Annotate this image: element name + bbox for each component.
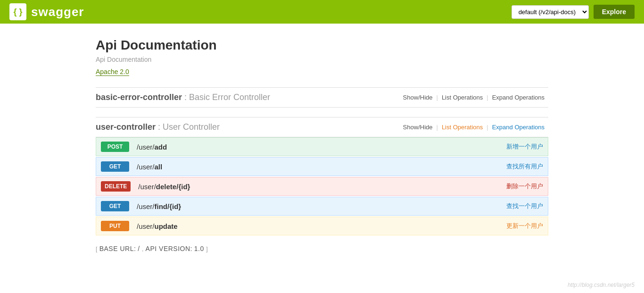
operation-path-2: /user/delete/{id} (138, 183, 506, 191)
header-left: { } swagger (9, 3, 84, 20)
operation-path-3: /user/find/{id} (137, 202, 506, 210)
operation-desc-2: 删除一个用户 (506, 182, 543, 191)
operation-path-4: /user/update (137, 222, 506, 230)
table-row[interactable]: GET/user/all查找所有用户 (96, 157, 548, 176)
header-right: default (/v2/api-docs) Explore (512, 5, 635, 19)
api-version-value: 1.0 (194, 245, 206, 252)
operation-desc-1: 查找所有用户 (506, 162, 543, 171)
operation-desc-4: 更新一个用户 (506, 222, 543, 230)
license-link[interactable]: Apache 2.0 (96, 68, 129, 76)
expand-operations-user-controller[interactable]: Expand Operations (488, 124, 548, 131)
list-operations-user-controller[interactable]: List Operations (438, 124, 487, 131)
api-title: Api Documentation (96, 38, 548, 53)
method-badge-get-3: GET (101, 201, 129, 211)
show-hide-basic-error-controller[interactable]: Show/Hide (399, 94, 437, 101)
method-badge-get-1: GET (101, 161, 129, 172)
table-row[interactable]: POST/user/add新增一个用户 (96, 137, 548, 156)
base-url-label: BASE URL: (99, 245, 136, 252)
controller-name-user-controller: user-controller : User Controller (96, 122, 220, 132)
header: { } swagger default (/v2/api-docs) Explo… (0, 0, 644, 24)
controller-header-user-controller: user-controller : User ControllerShow/Hi… (96, 117, 548, 137)
table-row[interactable]: DELETE/user/delete/{id}删除一个用户 (96, 177, 548, 196)
controllers-container: basic-error-controller : Basic Error Con… (96, 87, 548, 235)
main-content: Api Documentation Api Documentation Apac… (86, 24, 558, 271)
operation-path-0: /user/add (137, 143, 506, 151)
expand-operations-basic-error-controller[interactable]: Expand Operations (488, 94, 548, 101)
controller-header-basic-error-controller: basic-error-controller : Basic Error Con… (96, 87, 548, 108)
show-hide-user-controller[interactable]: Show/Hide (399, 124, 437, 131)
logo-text: { } (13, 7, 22, 17)
method-badge-delete-2: DELETE (101, 181, 131, 192)
base-url-value: / (138, 245, 142, 252)
api-version-label: API VERSION: (146, 245, 192, 252)
table-row[interactable]: PUT/user/update更新一个用户 (96, 217, 548, 235)
controller-section-user-controller: user-controller : User ControllerShow/Hi… (96, 117, 548, 235)
explore-button[interactable]: Explore (594, 5, 635, 19)
controller-actions-user-controller: Show/Hide | List Operations | Expand Ope… (399, 124, 548, 131)
controller-actions-basic-error-controller: Show/Hide | List Operations | Expand Ope… (399, 94, 548, 101)
method-badge-post-0: POST (101, 142, 129, 152)
controller-section-basic-error-controller: basic-error-controller : Basic Error Con… (96, 87, 548, 108)
method-badge-put-4: PUT (101, 221, 129, 231)
swagger-title: swagger (31, 5, 84, 19)
footer-info: [ BASE URL: / , API VERSION: 1.0 ] (96, 245, 548, 252)
operations-list-user-controller: POST/user/add新增一个用户GET/user/all查找所有用户DEL… (96, 137, 548, 235)
api-desc: Api Documentation (96, 56, 548, 63)
operation-desc-0: 新增一个用户 (506, 142, 543, 151)
api-url-select[interactable]: default (/v2/api-docs) (512, 5, 589, 19)
operation-desc-3: 查找一个用户 (506, 202, 543, 210)
swagger-logo: { } (9, 3, 26, 20)
operation-path-1: /user/all (137, 163, 506, 171)
list-operations-basic-error-controller[interactable]: List Operations (438, 94, 487, 101)
controller-name-basic-error-controller: basic-error-controller : Basic Error Con… (96, 92, 270, 102)
table-row[interactable]: GET/user/find/{id}查找一个用户 (96, 197, 548, 216)
